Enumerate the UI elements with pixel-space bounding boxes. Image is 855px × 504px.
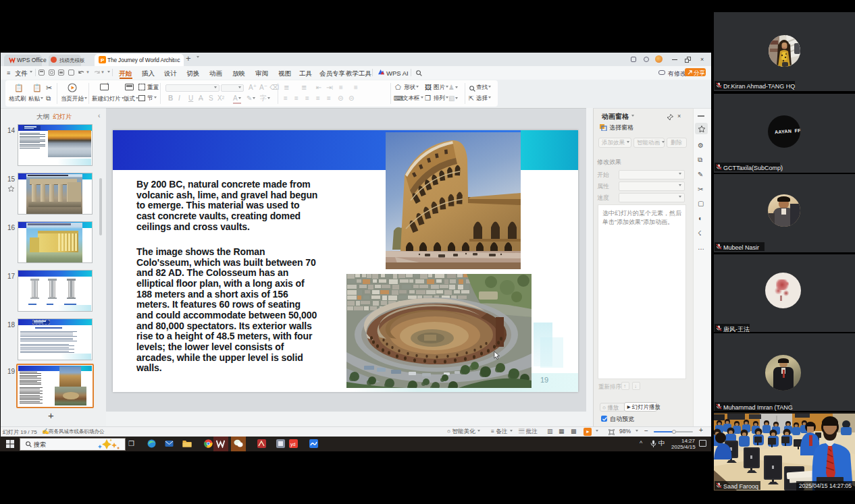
svg-text:yd: yd xyxy=(290,442,296,447)
